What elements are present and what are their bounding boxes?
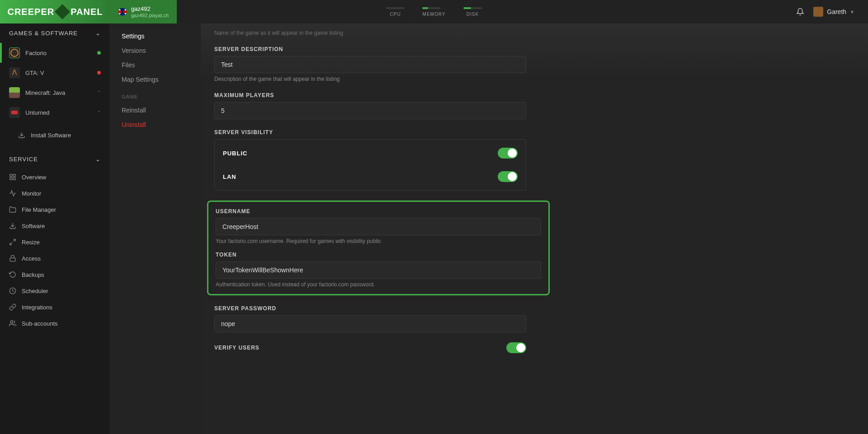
svg-line-4 xyxy=(13,239,15,242)
sidebar-item-label: Resize xyxy=(22,239,40,246)
public-label: PUBLIC xyxy=(223,150,247,157)
server-password-input[interactable] xyxy=(214,315,526,332)
sidebar-item-label: Unturned xyxy=(25,109,49,116)
gta-icon: Λ xyxy=(9,67,20,78)
factorio-icon xyxy=(9,47,20,58)
sidebar-item-label: Overview xyxy=(22,174,46,181)
sidebar-item-access[interactable]: Access xyxy=(0,250,110,266)
clock-icon xyxy=(9,287,16,294)
main-content: Name of the game as it will appear in th… xyxy=(201,23,868,434)
sidebar-item-factorio[interactable]: Factorio xyxy=(0,43,110,63)
subnav-map-settings[interactable]: Map Settings xyxy=(110,72,201,87)
sidebar-item-label: Access xyxy=(22,255,41,262)
chevron-down-icon: ▼ xyxy=(850,9,854,14)
token-hint: Authentication token. Used instead of yo… xyxy=(216,281,541,288)
server-description-label: SERVER DESCRIPTION xyxy=(214,46,526,52)
max-players-input[interactable] xyxy=(214,102,526,119)
server-selector[interactable]: gaz492 gaz492.playat.ch xyxy=(110,0,177,23)
rotate-icon xyxy=(9,271,16,278)
sidebar-item-overview[interactable]: Overview xyxy=(0,169,110,185)
sidebar-item-gta[interactable]: Λ GTA: V xyxy=(0,63,110,83)
minecraft-icon xyxy=(9,87,20,98)
sidebar-item-label: File Manager xyxy=(22,206,56,213)
svg-rect-0 xyxy=(10,174,12,177)
token-input[interactable] xyxy=(216,261,541,279)
sidebar-item-label: Minecraft: Java xyxy=(25,89,65,96)
sidebar-item-backups[interactable]: Backups xyxy=(0,266,110,283)
svg-rect-1 xyxy=(13,174,15,177)
svg-rect-2 xyxy=(13,177,15,180)
bell-icon xyxy=(796,8,804,16)
service-section-header[interactable]: SERVICE ⌄ xyxy=(0,149,110,169)
memory-usage[interactable]: MEMORY xyxy=(423,7,446,17)
lan-toggle[interactable] xyxy=(498,171,518,182)
subnav-versions[interactable]: Versions xyxy=(110,43,201,58)
user-menu[interactable]: Gareth ▼ xyxy=(813,7,854,17)
subnav-files[interactable]: Files xyxy=(110,58,201,72)
chevron-down-icon: ⌄ xyxy=(95,156,101,163)
sidebar-item-label: Integrations xyxy=(22,304,52,311)
svg-rect-6 xyxy=(10,258,15,261)
notifications-button[interactable] xyxy=(796,8,804,16)
sidebar-item-scheduler[interactable]: Scheduler xyxy=(0,283,110,299)
disk-bar-icon xyxy=(463,7,481,9)
logo[interactable]: CREEPERPANEL xyxy=(0,0,110,23)
server-password-label: SERVER PASSWORD xyxy=(214,305,526,312)
lan-label: LAN xyxy=(223,173,236,180)
chevron-down-icon: ⌃ xyxy=(97,110,101,116)
verify-users-label: VERIFY USERS xyxy=(214,345,259,351)
sidebar-item-minecraft[interactable]: Minecraft: Java ⌃ xyxy=(0,83,110,103)
sidebar-item-label: Factorio xyxy=(25,50,47,56)
sidebar-item-label: Software xyxy=(22,223,45,229)
sidebar-item-unturned[interactable]: Unturned ⌃ xyxy=(0,103,110,122)
memory-bar-icon xyxy=(423,7,441,9)
logo-cube-icon xyxy=(55,4,70,19)
subnav-reinstall[interactable]: Reinstall xyxy=(110,103,201,117)
download-icon xyxy=(9,222,16,229)
disk-usage[interactable]: DISK xyxy=(463,7,481,17)
sidebar-item-integrations[interactable]: Integrations xyxy=(0,299,110,315)
server-name-hint: Name of the game as it will appear in th… xyxy=(214,30,854,36)
sidebar-item-label: Backups xyxy=(22,271,44,278)
sidebar-item-label: Scheduler xyxy=(22,288,48,294)
sidebar-item-label: Monitor xyxy=(22,190,41,197)
server-visibility-label: SERVER VISIBILITY xyxy=(214,129,526,135)
status-dot-icon xyxy=(97,71,101,75)
folder-icon xyxy=(9,206,16,213)
unturned-icon xyxy=(9,107,20,118)
server-name: gaz492 xyxy=(131,5,169,13)
usage-indicators: CPU MEMORY DISK xyxy=(387,7,482,17)
username-input[interactable] xyxy=(216,218,541,235)
avatar-icon xyxy=(813,7,823,17)
subnav-uninstall[interactable]: Uninstall xyxy=(110,117,201,132)
cpu-usage[interactable]: CPU xyxy=(387,7,405,17)
server-description-input[interactable] xyxy=(214,56,526,73)
svg-point-8 xyxy=(10,321,13,323)
sidebar-item-monitor[interactable]: Monitor xyxy=(0,185,110,201)
sidebar-item-software[interactable]: Software xyxy=(0,218,110,234)
token-label: TOKEN xyxy=(216,252,541,258)
sidebar-item-resize[interactable]: Resize xyxy=(0,234,110,250)
sidebar-item-subaccounts[interactable]: Sub-accounts xyxy=(0,315,110,331)
cpu-bar-icon xyxy=(387,7,405,9)
verify-users-toggle[interactable] xyxy=(506,342,526,353)
download-icon xyxy=(18,131,25,139)
chevron-down-icon: ⌃ xyxy=(97,90,101,96)
install-software-button[interactable]: Install Software xyxy=(0,127,110,143)
public-toggle[interactable] xyxy=(498,148,518,159)
grid-icon xyxy=(9,173,16,181)
subnav-settings[interactable]: Settings xyxy=(110,29,201,43)
topbar: CREEPERPANEL gaz492 gaz492.playat.ch CPU… xyxy=(0,0,868,23)
max-players-label: MAXIMUM PLAYERS xyxy=(214,92,526,98)
games-section-header[interactable]: GAMES & SOFTWARE ⌄ xyxy=(0,23,110,43)
username-hint: Your factorio.com username. Required for… xyxy=(216,238,541,244)
username-label: USERNAME xyxy=(216,208,541,215)
sidebar-item-file-manager[interactable]: File Manager xyxy=(0,201,110,218)
activity-icon xyxy=(9,190,16,197)
chevron-down-icon: ⌄ xyxy=(95,30,101,37)
sidebar-item-label: Install Software xyxy=(31,132,71,139)
credentials-highlight: USERNAME Your factorio.com username. Req… xyxy=(207,201,550,295)
link-icon xyxy=(9,303,16,311)
svg-rect-3 xyxy=(10,177,12,180)
sidebar: GAMES & SOFTWARE ⌄ Factorio Λ GTA: V Min… xyxy=(0,23,110,434)
